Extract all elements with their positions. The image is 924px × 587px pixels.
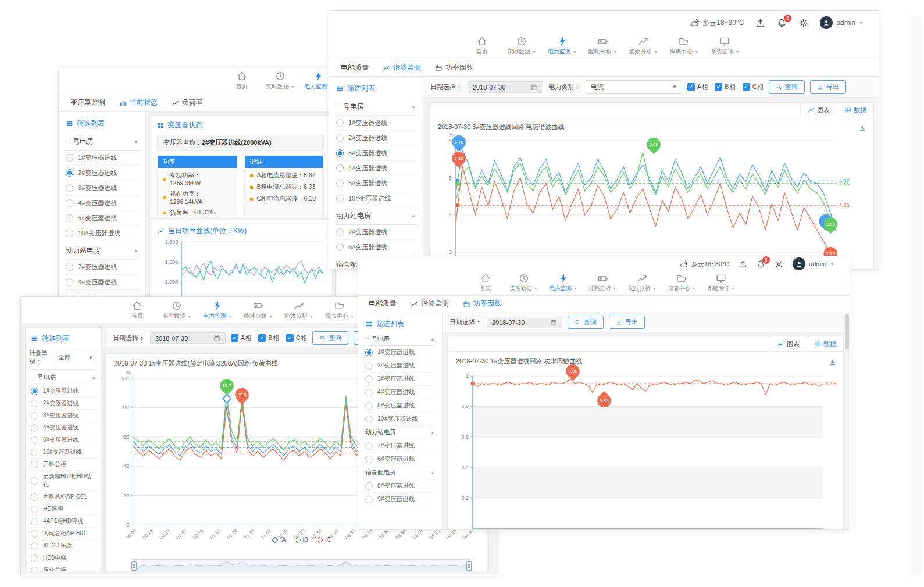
export-button[interactable]: 导出 xyxy=(609,316,645,329)
nav-item[interactable]: 能效分析▼ xyxy=(629,36,658,56)
phase-checkbox[interactable]: ✓B相 xyxy=(715,83,735,91)
tab[interactable]: 功率因数 xyxy=(435,63,473,73)
filter-row[interactable]: 开料总柜 ▲ xyxy=(30,459,97,471)
scrollbar-thumb[interactable] xyxy=(845,314,849,349)
filter-row[interactable]: 4#变压器进线 ▲ xyxy=(30,422,97,434)
phase-checkbox[interactable]: ✓A相 xyxy=(687,83,708,91)
filter-row[interactable]: 1#变压器进线 ▲ xyxy=(30,385,97,398)
filter-row[interactable]: 内尾总柜AP-C01 ▲ xyxy=(30,491,97,503)
collapse-caret-icon[interactable]: ▲ xyxy=(411,104,416,109)
nav-item[interactable]: 首页 xyxy=(473,273,498,292)
filter-row[interactable]: 2#变压器进线 ▲ xyxy=(30,398,97,410)
tab[interactable]: 功率因数 xyxy=(463,299,501,309)
filter-row[interactable]: 10#变压器进线 ▲ xyxy=(335,191,417,206)
filter-row[interactable]: 4#变压器进线 ▲ xyxy=(335,161,417,176)
filter-row[interactable]: 7#变压器进线 ▲ xyxy=(65,260,140,275)
category-select[interactable]: 电流▼ xyxy=(586,80,682,94)
filter-row[interactable]: 1#变压器进线 ▲ xyxy=(65,151,140,166)
nav-item[interactable]: 能耗分析▼ xyxy=(589,273,617,292)
collapse-caret-icon[interactable]: ▲ xyxy=(430,430,435,435)
filter-row[interactable]: 5#变压器进线 ▲ xyxy=(65,211,140,226)
filter-row[interactable]: 3#变压器进线 ▲ xyxy=(335,146,417,161)
collapse-caret-icon[interactable]: ▲ xyxy=(134,139,138,144)
phase-checkbox[interactable]: ✓C相 xyxy=(743,83,764,91)
filter-row[interactable]: 内尾总柜AP-B01 ▲ xyxy=(30,528,97,540)
nav-item[interactable]: 首页 xyxy=(469,36,495,56)
download-chart-icon[interactable] xyxy=(829,357,836,367)
filter-row[interactable]: 5#变压器进线 ▲ xyxy=(30,434,97,446)
filter-row[interactable]: 6#变压器进线 ▲ xyxy=(335,240,417,255)
nav-item[interactable]: 报表中心▼ xyxy=(668,273,695,292)
date-input[interactable]: 2018-07-30 xyxy=(487,317,562,328)
collapse-caret-icon[interactable]: ▲ xyxy=(430,337,435,342)
settings-gear-icon[interactable] xyxy=(798,18,808,28)
filter-row[interactable]: 4AP1柜HD啤机 ▲ xyxy=(30,516,97,528)
filter-row[interactable]: 10#变压器进线 ▲ xyxy=(30,446,97,459)
data-view-tab[interactable]: 数据 xyxy=(807,337,843,351)
nav-item[interactable]: 系统管理▼ xyxy=(710,36,739,56)
datazoom-handle-left[interactable] xyxy=(131,561,137,571)
meter-level-select[interactable]: 全部▼ xyxy=(55,352,97,363)
tab[interactable]: 谐波监测 xyxy=(383,63,421,73)
phase-checkbox[interactable]: ✓C相 xyxy=(286,334,307,342)
chart-view-tab[interactable]: 图表 xyxy=(800,103,837,117)
tab[interactable]: 电能质量 xyxy=(341,63,369,73)
query-button[interactable]: 查询 xyxy=(312,331,348,345)
filter-row[interactable]: 8#变压器进线 ▲ xyxy=(364,479,436,493)
datazoom-handle-right[interactable] xyxy=(466,561,472,571)
notifications-bell-icon[interactable]: 5 xyxy=(757,260,765,269)
filter-row[interactable]: 至新增H02柜HD钻孔 ▲ xyxy=(30,471,97,491)
query-button[interactable]: 查询 xyxy=(769,80,805,94)
upload-icon[interactable] xyxy=(755,18,765,28)
filter-row[interactable]: 一号电房 ▲ xyxy=(364,332,436,346)
notifications-bell-icon[interactable]: 5 xyxy=(777,18,787,28)
scrollbar[interactable] xyxy=(844,312,850,529)
collapse-caret-icon[interactable]: ▲ xyxy=(430,470,435,475)
legend-item[interactable]: IA xyxy=(273,536,286,543)
tab[interactable]: 负荷率 xyxy=(172,98,203,108)
filter-row[interactable]: 4#变压器进线 ▲ xyxy=(65,196,140,211)
legend-item[interactable]: IC xyxy=(317,536,331,543)
download-chart-icon[interactable] xyxy=(859,123,866,133)
nav-item[interactable]: 实时数据▼ xyxy=(507,36,536,56)
filter-row[interactable]: 4#变压器进线 ▲ xyxy=(364,386,436,399)
filter-row[interactable]: HD0电梯 ▲ xyxy=(30,552,97,564)
nav-item[interactable]: 能效分析▼ xyxy=(629,273,657,292)
filter-row[interactable]: 5#变压器进线 ▲ xyxy=(364,399,436,413)
filter-row[interactable]: 动力站电房 ▲ xyxy=(364,426,436,439)
filter-row[interactable]: 一号电房 ▲ xyxy=(335,97,417,116)
filter-row[interactable]: 一号电房 ▲ xyxy=(30,370,97,385)
phase-checkbox[interactable]: ✓A相 xyxy=(231,334,251,342)
nav-item[interactable]: 能耗分析▼ xyxy=(588,36,618,56)
filter-row[interactable]: 动力站电房 ▲ xyxy=(65,241,140,260)
nav-item[interactable]: 电力监测▼ xyxy=(550,273,577,292)
filter-row[interactable]: 10#变压器进线 ▲ xyxy=(65,226,140,241)
filter-row[interactable]: 压合总柜 ▲ xyxy=(30,564,97,571)
filter-row[interactable]: 宿舍配电房 ▲ xyxy=(364,466,436,479)
filter-row[interactable]: 7#变压器进线 ▲ xyxy=(364,439,436,453)
user-menu[interactable]: admin▼ xyxy=(820,16,864,29)
filter-row[interactable]: 3#变压器进线 ▲ xyxy=(65,181,140,196)
nav-item[interactable]: 首页 xyxy=(229,71,255,91)
collapse-caret-icon[interactable]: ▲ xyxy=(411,213,416,219)
filter-row[interactable]: 2#变压器进线 ▲ xyxy=(335,131,417,146)
settings-gear-icon[interactable] xyxy=(775,260,783,269)
filter-row[interactable]: 9#变压器进线 ▲ xyxy=(364,493,436,506)
filter-row[interactable]: 3#变压器进线 ▲ xyxy=(364,373,436,386)
tab[interactable]: 变压器监测 xyxy=(70,98,105,108)
tab[interactable]: 电能质量 xyxy=(369,299,397,309)
filter-row[interactable]: HD照明 ▲ xyxy=(30,503,97,516)
nav-item[interactable]: 能耗分析▼ xyxy=(244,300,273,320)
data-view-tab[interactable]: 数据 xyxy=(837,103,873,117)
nav-item[interactable]: 报表中心▼ xyxy=(325,300,354,320)
collapse-caret-icon[interactable]: ▲ xyxy=(91,375,96,380)
export-button[interactable]: 导出 xyxy=(810,80,846,94)
filter-row[interactable]: 7#变压器进线 ▲ xyxy=(335,225,417,240)
legend-item[interactable]: IB xyxy=(295,536,308,543)
nav-item[interactable]: 首页 xyxy=(124,300,151,320)
nav-item[interactable]: 报表中心▼ xyxy=(669,36,698,56)
nav-item[interactable]: 实时数据▼ xyxy=(162,300,191,320)
filter-row[interactable]: 1#变压器进线 ▲ xyxy=(335,116,417,131)
nav-item[interactable]: 电力监测▼ xyxy=(203,300,232,320)
nav-item[interactable]: 实时数据▼ xyxy=(510,273,538,292)
